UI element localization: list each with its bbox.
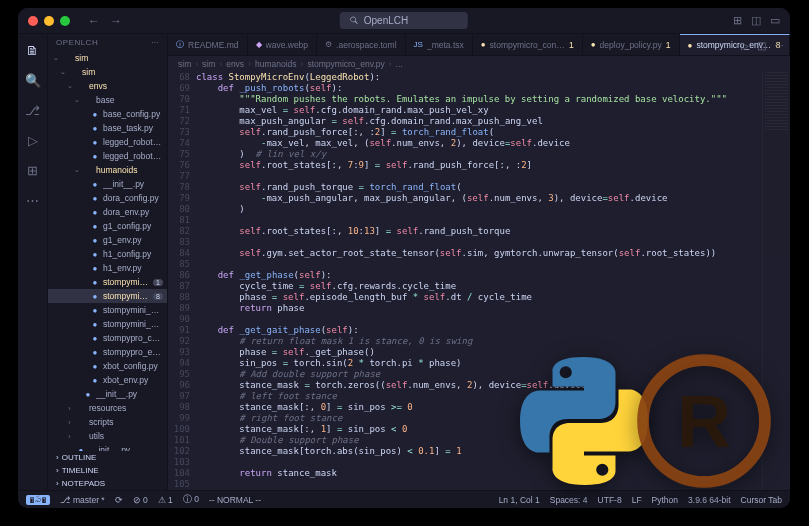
crumb-item[interactable]: envs xyxy=(226,59,244,69)
command-center-label: OpenLCH xyxy=(364,15,408,26)
tree-item[interactable]: ●__init__.py xyxy=(48,177,167,191)
remote-indicator[interactable]: �స� xyxy=(26,495,50,505)
extensions-icon[interactable]: ⊞ xyxy=(25,162,41,178)
tree-item[interactable]: ●xbot_env.py xyxy=(48,373,167,387)
tree-item[interactable]: ●h1_config.py xyxy=(48,247,167,261)
crumb-item[interactable]: ... xyxy=(396,59,403,69)
tab[interactable]: ⚙.aerospace.toml xyxy=(317,34,405,55)
breadcrumb[interactable]: sim›sim›envs›humanoids›stompymicro_env.p… xyxy=(168,56,790,72)
errors[interactable]: ⊘ 0 xyxy=(133,495,148,505)
python-version[interactable]: 3.9.6 64-bit xyxy=(688,495,731,505)
sidebar-title: OPENLCH xyxy=(56,38,98,47)
tree-item[interactable]: ●g1_config.py xyxy=(48,219,167,233)
vscode-window: ← → OpenLCH ⊞ ◫ ▭ 🗎 🔍 ⎇ ▷ ⊞ ⋯ OPENLCH ⋯ … xyxy=(18,8,790,508)
sidebar: OPENLCH ⋯ ⌄sim⌄sim⌄envs⌄base●base_config… xyxy=(48,34,168,490)
sidebar-header: OPENLCH ⋯ xyxy=(48,34,167,51)
nav-forward-icon[interactable]: → xyxy=(110,14,122,28)
file-tree[interactable]: ⌄sim⌄sim⌄envs⌄base●base_config.py●base_t… xyxy=(48,51,167,451)
editor-group: ⓘREADME.md◆wave.webp⚙.aerospace.tomlJS_m… xyxy=(168,34,790,490)
command-center[interactable]: OpenLCH xyxy=(340,12,468,29)
tree-item[interactable]: ›scripts xyxy=(48,415,167,429)
status-left: �స� ⎇ master * ⟳ ⊘ 0 ⚠ 1 ⓘ 0 -- NORMAL -… xyxy=(26,494,261,506)
editor[interactable]: 6869707172737475767778798081828384858687… xyxy=(168,72,790,490)
tree-item[interactable]: ●base_config.py xyxy=(48,107,167,121)
tree-item[interactable]: ●legged_robot.py xyxy=(48,149,167,163)
tree-item[interactable]: ●__init__.py xyxy=(48,387,167,401)
tree-item[interactable]: ●xbot_config.py xyxy=(48,359,167,373)
tab[interactable]: ●deploy_policy.py1 xyxy=(583,34,680,55)
source-control-icon[interactable]: ⎇ xyxy=(25,102,41,118)
tree-item[interactable]: ●dora_env.py xyxy=(48,205,167,219)
tree-item[interactable]: ●stompymi…8 xyxy=(48,289,167,303)
crumb-item[interactable]: sim xyxy=(202,59,215,69)
cursor-pos[interactable]: Ln 1, Col 1 xyxy=(499,495,540,505)
tree-item[interactable]: ⌄sim xyxy=(48,51,167,65)
titlebar: ← → OpenLCH ⊞ ◫ ▭ xyxy=(18,8,790,34)
sidebar-more-icon[interactable]: ⋯ xyxy=(151,38,160,47)
nav-back-icon[interactable]: ← xyxy=(88,14,100,28)
info[interactable]: ⓘ 0 xyxy=(183,494,199,506)
tab[interactable]: ⓘREADME.md xyxy=(168,34,248,55)
cursor-tab[interactable]: Cursor Tab xyxy=(741,495,782,505)
tree-item[interactable]: ●dora_config.py xyxy=(48,191,167,205)
tab[interactable]: ◆wave.webp xyxy=(248,34,318,55)
tree-item[interactable]: ●stompypro_co… xyxy=(48,331,167,345)
tree-item[interactable]: ●h1_env.py xyxy=(48,261,167,275)
tab-bar: ⓘREADME.md◆wave.webp⚙.aerospace.tomlJS_m… xyxy=(168,34,790,56)
tree-item[interactable]: ›utils xyxy=(48,429,167,443)
eol[interactable]: LF xyxy=(632,495,642,505)
tree-item[interactable]: ●__init__.py xyxy=(48,443,167,451)
outline-section[interactable]: › OUTLINE xyxy=(48,451,167,464)
tree-item[interactable]: ⌄humanoids xyxy=(48,163,167,177)
tree-item[interactable]: ⌄sim xyxy=(48,65,167,79)
indent[interactable]: Spaces: 4 xyxy=(550,495,588,505)
tree-item[interactable]: ⌄base xyxy=(48,93,167,107)
crumb-item[interactable]: humanoids xyxy=(255,59,297,69)
tree-item[interactable]: ●stompypro_en… xyxy=(48,345,167,359)
tree-item[interactable]: ●stompymini_co… xyxy=(48,303,167,317)
layout-panel-icon[interactable]: ⊞ xyxy=(733,14,742,27)
tree-item[interactable]: ●g1_env.py xyxy=(48,233,167,247)
nav-arrows: ← → xyxy=(88,14,122,28)
tab[interactable]: JS_meta.tsx xyxy=(406,34,473,55)
encoding[interactable]: UTF-8 xyxy=(598,495,622,505)
crumb-item[interactable]: sim xyxy=(178,59,191,69)
more-icon[interactable]: ⋯ xyxy=(25,192,41,208)
timeline-section[interactable]: › TIMELINE xyxy=(48,464,167,477)
sync-icon[interactable]: ⟳ xyxy=(115,495,123,505)
code-area[interactable]: class StompyMicroEnv(LeggedRobot): def _… xyxy=(196,72,762,490)
git-branch[interactable]: ⎇ master * xyxy=(60,495,105,505)
minimize-window-button[interactable] xyxy=(44,16,54,26)
traffic-lights xyxy=(18,16,70,26)
line-gutter: 6869707172737475767778798081828384858687… xyxy=(168,72,196,490)
tab-actions: ▷ ◫ ⋯ xyxy=(741,34,784,56)
tab-more-icon[interactable]: ⋯ xyxy=(774,40,784,51)
tree-item[interactable]: ›resources xyxy=(48,401,167,415)
split-icon[interactable]: ◫ xyxy=(757,40,766,51)
warnings[interactable]: ⚠ 1 xyxy=(158,495,173,505)
language-mode[interactable]: Python xyxy=(652,495,678,505)
tree-item[interactable]: ●legged_robot… xyxy=(48,135,167,149)
layout-customize-icon[interactable]: ▭ xyxy=(770,14,780,27)
maximize-window-button[interactable] xyxy=(60,16,70,26)
search-activity-icon[interactable]: 🔍 xyxy=(25,72,41,88)
run-debug-icon[interactable]: ▷ xyxy=(25,132,41,148)
workbench-body: 🗎 🔍 ⎇ ▷ ⊞ ⋯ OPENLCH ⋯ ⌄sim⌄sim⌄envs⌄base… xyxy=(18,34,790,490)
status-bar: �స� ⎇ master * ⟳ ⊘ 0 ⚠ 1 ⓘ 0 -- NORMAL -… xyxy=(18,490,790,508)
explorer-icon[interactable]: 🗎 xyxy=(25,42,41,58)
tree-item[interactable]: ●base_task.py xyxy=(48,121,167,135)
run-icon[interactable]: ▷ xyxy=(741,40,749,51)
tree-item[interactable]: ⌄envs xyxy=(48,79,167,93)
tree-item[interactable]: ●stompymini_en… xyxy=(48,317,167,331)
notepads-section[interactable]: › NOTEPADS xyxy=(48,477,167,490)
minimap[interactable] xyxy=(762,72,790,490)
vim-mode: -- NORMAL -- xyxy=(209,495,261,505)
crumb-item[interactable]: stompymicro_env.py xyxy=(307,59,384,69)
tab[interactable]: ●stompymicro_config.py1 xyxy=(473,34,583,55)
close-window-button[interactable] xyxy=(28,16,38,26)
activity-bar: 🗎 🔍 ⎇ ▷ ⊞ ⋯ xyxy=(18,34,48,490)
search-icon xyxy=(350,16,359,25)
status-right: Ln 1, Col 1 Spaces: 4 UTF-8 LF Python 3.… xyxy=(499,495,782,505)
split-editor-icon[interactable]: ◫ xyxy=(751,14,761,27)
tree-item[interactable]: ●stompymicro_…1 xyxy=(48,275,167,289)
